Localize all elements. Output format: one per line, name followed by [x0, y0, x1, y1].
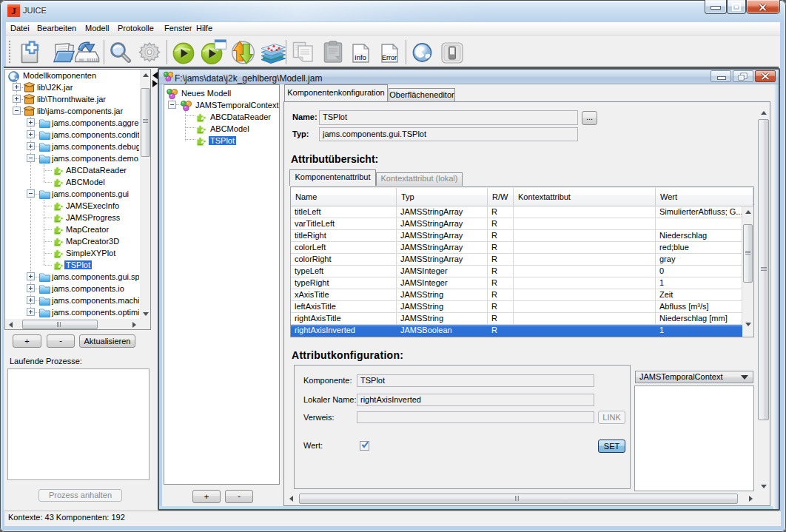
svg-text:Error: Error — [382, 54, 397, 61]
svg-text:Info: Info — [355, 53, 366, 61]
